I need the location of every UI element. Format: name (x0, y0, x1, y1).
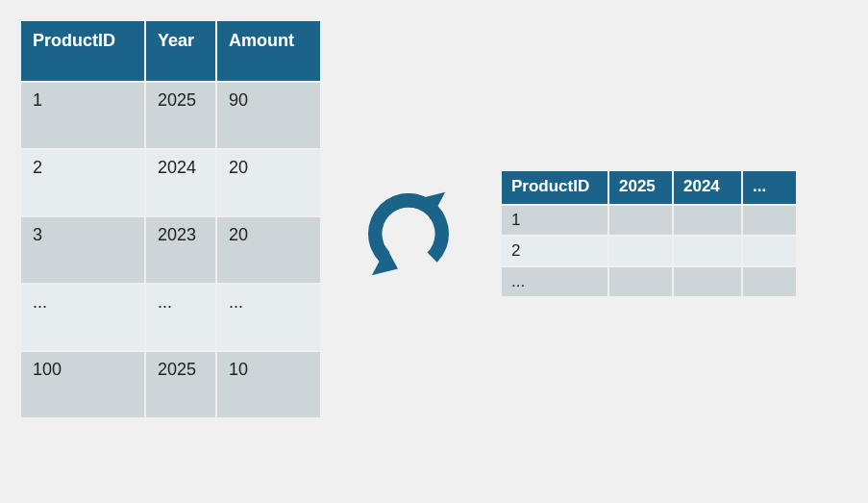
pivot-table: ProductID 2025 2024 ... 1 2 (500, 169, 798, 298)
cell-year: 2025 (146, 83, 215, 148)
source-header-amount: Amount (217, 21, 320, 81)
table-row: 100 2025 10 (21, 352, 320, 417)
cell-pid: 1 (502, 206, 608, 235)
pivot-header-productid: ProductID (502, 171, 608, 204)
cell-amount: ... (217, 285, 320, 350)
cell-amount: 90 (217, 83, 320, 148)
cell-pid: ... (502, 267, 608, 296)
source-header-year: Year (146, 21, 215, 81)
cell-amount: 10 (217, 352, 320, 417)
diagram-container: ProductID Year Amount 1 2025 90 2 2024 2… (0, 0, 868, 439)
cell-year: 2024 (146, 150, 215, 215)
cell-year: 2025 (146, 352, 215, 417)
cell-val (609, 267, 672, 296)
cell-pid: 2 (502, 237, 608, 265)
cell-val (609, 206, 672, 235)
cell-pid: 1 (21, 83, 144, 148)
pivot-header-year2: 2024 (674, 171, 741, 204)
source-header-productid: ProductID (21, 21, 144, 81)
refresh-cycle-icon (351, 176, 466, 291)
cell-val (609, 237, 672, 265)
table-row: ... (502, 267, 796, 296)
cell-pid: ... (21, 285, 144, 350)
svg-marker-0 (365, 247, 403, 285)
table-row: 2 (502, 237, 796, 265)
cell-val (674, 237, 741, 265)
table-row: 2 2024 20 (21, 150, 320, 215)
pivot-header-year1: 2025 (609, 171, 672, 204)
cell-pid: 3 (21, 217, 144, 283)
cell-pid: 100 (21, 352, 144, 417)
cell-year: ... (146, 285, 215, 350)
table-row: 3 2023 20 (21, 217, 320, 283)
cell-val (743, 206, 796, 235)
cell-year: 2023 (146, 217, 215, 283)
pivot-header-more: ... (743, 171, 796, 204)
cell-val (743, 237, 796, 265)
cell-amount: 20 (217, 217, 320, 283)
source-table: ProductID Year Amount 1 2025 90 2 2024 2… (19, 19, 322, 419)
table-row: 1 (502, 206, 796, 235)
cell-pid: 2 (21, 150, 144, 215)
cell-val (674, 267, 741, 296)
cell-val (674, 206, 741, 235)
cell-amount: 20 (217, 150, 320, 215)
transform-icon (351, 176, 466, 291)
table-row: ... ... ... (21, 285, 320, 350)
cell-val (743, 267, 796, 296)
table-row: 1 2025 90 (21, 83, 320, 148)
